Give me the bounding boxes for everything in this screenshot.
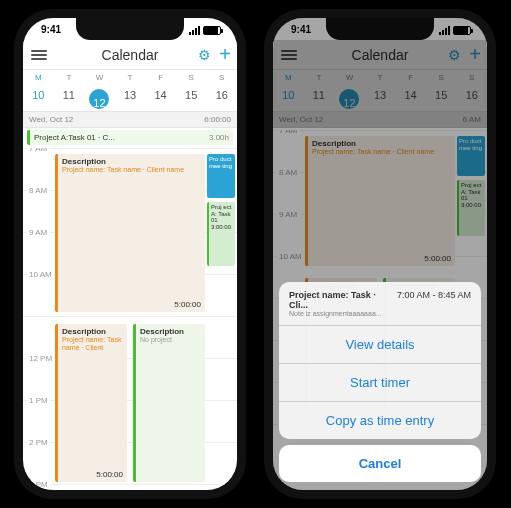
event-column: Description Project name: Task name · Cl…: [55, 148, 205, 490]
date-cell[interactable]: 15: [176, 85, 207, 113]
hour-label: 10 AM: [27, 270, 54, 279]
hamburger-icon[interactable]: [31, 50, 47, 60]
screen-left: 9:41 Calendar ⚙ + M T W T F S S: [23, 18, 237, 490]
event-block[interactable]: Description No project: [133, 324, 205, 482]
event-title: Description: [62, 327, 123, 336]
dow: S: [206, 70, 237, 85]
event-block[interactable]: Description Project name: Task name · Cl…: [55, 324, 127, 482]
hour-label: 12 PM: [27, 354, 54, 363]
dow: W: [84, 70, 115, 85]
status-time: 9:41: [41, 24, 61, 35]
sheet-title: Project name: Task · Cli...: [289, 290, 391, 310]
allday-date: Wed, Oct 12: [29, 115, 73, 124]
allday-header: Wed, Oct 12 6:00:00: [23, 111, 237, 128]
allday-event-hours: 3.00h: [209, 133, 229, 142]
side-event-green[interactable]: Proj ect A: Task 01 3:00:00: [207, 202, 235, 266]
nav-bar: Calendar ⚙ +: [23, 40, 237, 70]
hour-label: 2 PM: [27, 438, 50, 447]
hour-label: 1 PM: [27, 396, 50, 405]
copy-as-time-entry-button[interactable]: Copy as time entry: [279, 402, 481, 439]
event-project: Project name: Task name · Client: [62, 336, 123, 353]
dow: M: [23, 70, 54, 85]
event-duration: 5:00:00: [174, 300, 201, 309]
date-cell[interactable]: 11: [54, 85, 85, 113]
action-sheet-header: Project name: Task · Cli... Note iz assi…: [279, 282, 481, 326]
cancel-button[interactable]: Cancel: [279, 445, 481, 482]
action-sheet: Project name: Task · Cli... Note iz assi…: [279, 282, 481, 482]
date-cell[interactable]: 14: [145, 85, 176, 113]
allday-event[interactable]: Project A:Task 01 · C... 3.00h: [27, 130, 233, 145]
phone-left: 9:41 Calendar ⚙ + M T W T F S S: [14, 9, 246, 499]
dow: T: [54, 70, 85, 85]
hour-label: 7 AM: [27, 148, 49, 153]
dow: S: [176, 70, 207, 85]
date-cell[interactable]: 13: [115, 85, 146, 113]
dow: T: [115, 70, 146, 85]
signal-icon: [189, 26, 200, 35]
event-title: Description: [140, 327, 201, 336]
sheet-timerange: 7:00 AM - 8:45 AM: [397, 290, 471, 300]
plus-icon[interactable]: +: [219, 43, 231, 66]
gear-icon[interactable]: ⚙: [198, 47, 211, 63]
event-block[interactable]: Description Project name: Task name · Cl…: [55, 154, 205, 312]
sheet-subtitle: Note iz assignmentaaaaaaa...: [289, 310, 391, 317]
allday-time: 6:00:00: [204, 115, 231, 124]
timeline[interactable]: 7 AM 8 AM 9 AM 10 AM 12 PM 1 PM 2 PM 3 P…: [23, 148, 237, 490]
date-cell[interactable]: 10: [23, 85, 54, 113]
week-header: M T W T F S S 10 11 12 13 14 15 16: [23, 70, 237, 113]
action-sheet-group: Project name: Task · Cli... Note iz assi…: [279, 282, 481, 439]
hour-label: 8 AM: [27, 186, 49, 195]
view-details-button[interactable]: View details: [279, 326, 481, 364]
phone-right: 9:41 Calendar ⚙ + M T W T F S S: [264, 9, 496, 499]
event-project: Project name: Task name · Client name: [62, 166, 201, 174]
date-cell-selected[interactable]: 12: [84, 85, 115, 113]
page-title: Calendar: [102, 47, 159, 63]
dow: F: [145, 70, 176, 85]
event-title: Description: [62, 157, 201, 166]
hour-label: 3 PM: [27, 480, 50, 489]
side-column: Pro duct mee ting Proj ect A: Task 01 3:…: [207, 148, 235, 490]
side-event-blue[interactable]: Pro duct mee ting: [207, 154, 235, 198]
date-cell[interactable]: 16: [206, 85, 237, 113]
event-duration: 5:00:00: [96, 470, 123, 479]
start-timer-button[interactable]: Start timer: [279, 364, 481, 402]
hour-label: 9 AM: [27, 228, 49, 237]
battery-icon: [203, 26, 221, 35]
event-noproject: No project: [140, 336, 201, 343]
screen-right: 9:41 Calendar ⚙ + M T W T F S S: [273, 18, 487, 490]
allday-event-title: Project A:Task 01 · C...: [34, 133, 115, 142]
notch: [76, 18, 184, 40]
status-indicators: [189, 26, 221, 35]
